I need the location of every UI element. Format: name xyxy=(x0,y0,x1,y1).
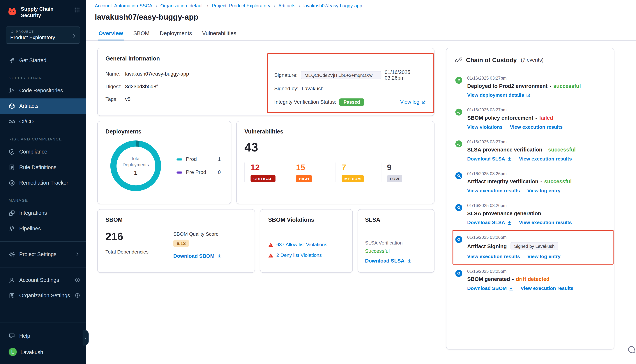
sidebar-item-label: Integrations xyxy=(19,210,47,216)
sidebar-bottom: Help L Lavakush xyxy=(0,318,86,364)
severity-list: 12CRITICAL15HIGH7MEDIUM9LOW xyxy=(244,162,426,182)
breadcrumb-link-organization-default[interactable]: Organization: default xyxy=(160,3,204,8)
artifacts-icon xyxy=(9,103,15,110)
event-link-download-sbom[interactable]: Download SBOM xyxy=(467,286,513,291)
row-deployments-vulnerabilities: Deployments Total Deployments 1 xyxy=(97,121,435,204)
sidebar-item-ci-cd[interactable]: CI/CD xyxy=(0,114,86,129)
project-selector[interactable]: PROJECT Product Exploratory xyxy=(6,26,80,44)
event-link-download-slsa[interactable]: Download SLSA xyxy=(467,156,512,162)
sidebar-item-get-started[interactable]: Get Started xyxy=(0,52,86,68)
severity-badge: CRITICAL xyxy=(251,175,275,182)
event-title: SBOM policy enforcement-failed xyxy=(467,115,605,121)
severity-count: 7 xyxy=(342,163,381,171)
event-link-view-violations[interactable]: View violations xyxy=(467,124,503,130)
sidebar-item-integrations[interactable]: Integrations xyxy=(0,205,86,220)
violations-list: 637 Allow list Violations2 Deny list Vio… xyxy=(268,242,345,258)
sidebar-item-remediation-tracker[interactable]: Remediation Tracker xyxy=(0,175,86,190)
event-title: SLSA provenance generation xyxy=(467,210,605,216)
coc-event-slsa-provenance-verification: 01/16/2025 03:27pmSLSA provenance verifi… xyxy=(455,139,605,162)
sidebar-item-rule-definitions[interactable]: Rule Definitions xyxy=(0,160,86,175)
legend-label: Prod xyxy=(186,156,197,162)
violation-link-637-allow-list-violations[interactable]: 637 Allow list Violations xyxy=(276,242,327,248)
sidebar-item-pipelines[interactable]: Pipelines xyxy=(0,221,86,236)
event-link-view-execution-results[interactable]: View execution results xyxy=(467,254,520,259)
deployments-body: Total Deployments 1 Prod1Pre Prod0 xyxy=(105,140,223,191)
breadcrumb-link-artifacts[interactable]: Artifacts xyxy=(278,3,295,8)
nav-section-label: RISK AND COMPLIANCE xyxy=(0,136,86,141)
sidebar-item-artifacts[interactable]: Artifacts xyxy=(0,98,86,114)
event-link-label: View execution results xyxy=(521,286,573,291)
sidebar-item-organization-settings[interactable]: Organization Settings xyxy=(0,288,86,303)
event-links: Download SLSAView execution results xyxy=(467,156,605,162)
main-area: Account: Automation-SSCA›Organization: d… xyxy=(86,0,636,364)
app-title: Supply Chain Security xyxy=(21,5,53,19)
deployments-legend: Prod1Pre Prod0 xyxy=(177,156,223,175)
event-body: 01/16/2025 03:26pmSLSA provenance genera… xyxy=(467,203,605,226)
legend-row-prod: Prod1 xyxy=(177,156,221,162)
event-body: 01/16/2025 03:27pmSLSA provenance verifi… xyxy=(467,139,605,162)
row-sbom-slsa: SBOM 216 Total Dependencies SBOM Quality… xyxy=(97,209,435,273)
sidebar-item-account-settings[interactable]: Account Settings xyxy=(0,272,86,288)
signature-section: Signature: MEQCICde2VjIT...bL+2+mqnOXw==… xyxy=(274,70,426,106)
status-badge: Passed xyxy=(340,98,364,106)
sidebar-item-help[interactable]: Help xyxy=(0,328,86,344)
severity-badge: HIGH xyxy=(296,175,312,182)
sidebar-item-label: Code Repositories xyxy=(19,87,63,94)
sidebar-item-code-repositories[interactable]: Code Repositories xyxy=(0,83,86,98)
sidebar-item-label: Organization Settings xyxy=(19,292,70,298)
severity-badge: MEDIUM xyxy=(342,175,364,182)
event-link-view-execution-results[interactable]: View execution results xyxy=(510,124,563,130)
event-title: Artifact Integrity Verification-successf… xyxy=(467,178,605,184)
tab-overview[interactable]: Overview xyxy=(98,28,124,40)
breadcrumb-separator: › xyxy=(274,3,275,8)
tab-sbom[interactable]: SBOM xyxy=(133,28,150,40)
pipeline-icon xyxy=(455,109,462,116)
download-slsa-link[interactable]: Download SLSA xyxy=(365,258,411,264)
breadcrumb-link-project-product-exploratory[interactable]: Project: Product Exploratory xyxy=(212,3,270,8)
sidebar-item-project-settings[interactable]: Project Settings xyxy=(0,246,86,262)
event-status-separator: - xyxy=(512,276,514,282)
chat-bubble-icon[interactable] xyxy=(627,346,635,354)
view-log-link[interactable]: View log xyxy=(400,99,426,105)
event-link-view-execution-results[interactable]: View execution results xyxy=(521,286,573,291)
signature-value-chip: MEQCICde2VjIT...bL+2+mqnOXw== xyxy=(301,71,382,79)
event-link-view-log-entry[interactable]: View log entry xyxy=(527,254,560,259)
sbom-quality-block: SBOM Quality Score 6.13 Download SBOM xyxy=(173,231,247,259)
content: General Information Name: lavakush07/eas… xyxy=(86,41,636,350)
tab-vulnerabilities[interactable]: Vulnerabilities xyxy=(201,28,237,40)
warning-icon xyxy=(268,242,273,247)
event-time: 01/16/2025 03:27pm xyxy=(467,139,605,144)
card-title: SBOM xyxy=(105,216,247,223)
severity-badge: LOW xyxy=(387,175,402,182)
gear-icon xyxy=(9,251,15,258)
vulnerabilities-card: Vulnerabilities 43 12CRITICAL15HIGH7MEDI… xyxy=(236,121,435,204)
breadcrumb-link-account-automation-ssca[interactable]: Account: Automation-SSCA xyxy=(95,3,152,8)
chain-icon xyxy=(455,56,462,64)
pipeline-icon xyxy=(455,140,462,148)
coc-event-artifact-signing: 01/16/2025 03:26pmArtifact SigningSigned… xyxy=(455,235,605,259)
download-sbom-link[interactable]: Download SBOM xyxy=(173,253,221,259)
external-link-icon xyxy=(421,100,426,104)
event-link-view-execution-results[interactable]: View execution results xyxy=(467,188,520,194)
sidebar-collapse-button[interactable] xyxy=(83,330,89,346)
severity-count: 9 xyxy=(387,163,426,171)
chain-of-custody-title: Chain of Custody xyxy=(466,56,517,64)
event-link-view-deployment-details[interactable]: View deployment details xyxy=(467,92,531,98)
sidebar-item-compliance[interactable]: Compliance xyxy=(0,144,86,160)
event-links: Download SBOMView execution results xyxy=(467,286,605,291)
violation-link-2-deny-list-violations[interactable]: 2 Deny list Violations xyxy=(276,252,322,258)
event-link-view-execution-results[interactable]: View execution results xyxy=(519,156,572,162)
event-link-label: Download SLSA xyxy=(467,220,505,226)
event-link-view-execution-results[interactable]: View execution results xyxy=(519,220,572,226)
sidebar-item-label: Remediation Tracker xyxy=(19,180,68,186)
event-link-download-slsa[interactable]: Download SLSA xyxy=(467,220,512,226)
sidebar-item-label: Account Settings xyxy=(19,277,59,283)
coc-event-deployed-to-prod2-environment: 01/16/2025 03:27pmDeployed to Prod2 envi… xyxy=(455,76,605,98)
event-title: Deployed to Prod2 environment-successful xyxy=(467,83,605,89)
tab-deployments[interactable]: Deployments xyxy=(159,28,193,40)
event-link-view-log-entry[interactable]: View log entry xyxy=(527,188,560,194)
breadcrumb-link-lavakush07-easy-buggy-app[interactable]: lavakush07/easy-buggy-app xyxy=(303,3,362,8)
download-icon xyxy=(509,286,513,290)
user-menu[interactable]: L Lavakush xyxy=(0,344,86,360)
app-grid-icon[interactable] xyxy=(74,7,80,13)
